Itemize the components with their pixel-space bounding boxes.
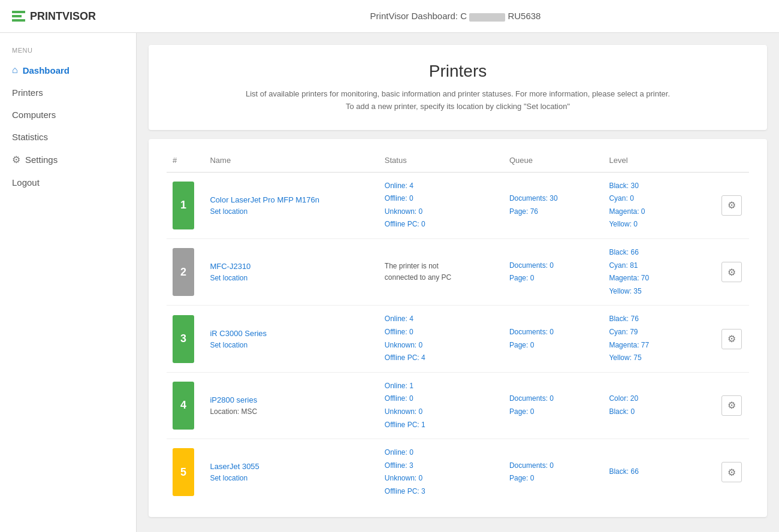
level-text-3: Color: 20Black: 0	[609, 392, 709, 418]
cell-level-2: Black: 76Cyan: 79Magenta: 77Yellow: 75	[603, 306, 715, 372]
cell-name-4: LaserJet 3055 Set location	[204, 439, 378, 506]
col-header-name: Name	[204, 151, 378, 173]
printer-location-3[interactable]: Location: MSC	[210, 407, 257, 416]
sidebar-item-printers-label: Printers	[12, 87, 43, 98]
cell-queue-2: Documents: 0Page: 0	[503, 306, 603, 372]
cell-status-4: Online: 0Offline: 3Unknown: 0Offline PC:…	[379, 439, 503, 506]
settings-button-1[interactable]: ⚙	[721, 262, 742, 282]
sidebar-item-statistics[interactable]: Statistics	[0, 126, 136, 148]
settings-button-4[interactable]: ⚙	[721, 462, 742, 482]
sidebar-item-dashboard[interactable]: ⌂ Dashboard	[0, 59, 136, 81]
cell-status-3: Online: 1Offline: 0Unknown: 0Offline PC:…	[379, 372, 503, 439]
printer-location-4[interactable]: Set location	[210, 474, 247, 482]
queue-text-1: Documents: 0Page: 0	[509, 259, 597, 285]
home-icon: ⌂	[12, 65, 18, 75]
status-text-1: The printer is notconnected to any PC	[385, 261, 497, 283]
table-row: 2 MFC-J2310 Set location The printer is …	[167, 238, 749, 305]
table-inner: # Name Status Queue Level 1 Color LaserJ…	[149, 139, 767, 518]
col-header-level: Level	[603, 151, 715, 173]
sidebar-item-computers-label: Computers	[12, 110, 56, 120]
sidebar-item-dashboard-label: Dashboard	[23, 65, 70, 75]
table-row: 3 iR C3000 Series Set location Online: 4…	[167, 306, 749, 372]
status-text-3: Online: 1Offline: 0Unknown: 0Offline PC:…	[385, 380, 497, 431]
cell-num-1: 2	[167, 238, 204, 305]
gear-icon: ⚙	[12, 154, 20, 165]
layout: MENU ⌂ Dashboard Printers Computers Stat…	[0, 33, 779, 532]
printer-name-3[interactable]: iP2800 series	[210, 395, 372, 404]
num-badge-4: 5	[173, 448, 194, 496]
table-row: 1 Color LaserJet Pro MFP M176n Set locat…	[167, 172, 749, 238]
cell-status-0: Online: 4Offline: 0Unknown: 0Offline PC:…	[379, 172, 503, 238]
header-title-suffix: RU5638	[508, 11, 541, 21]
cell-status-2: Online: 4Offline: 0Unknown: 0Offline PC:…	[379, 306, 503, 372]
cell-name-0: Color LaserJet Pro MFP M176n Set locatio…	[204, 172, 378, 238]
cell-level-1: Black: 66Cyan: 81Magenta: 70Yellow: 35	[603, 238, 715, 305]
logo-area: PRINTVISOR	[12, 10, 144, 23]
header: PRINTVISOR PrintVisor Dashboard: C RU563…	[0, 0, 779, 33]
level-text-4: Black: 66	[609, 466, 709, 479]
sidebar-item-computers[interactable]: Computers	[0, 104, 136, 126]
col-header-action	[715, 151, 749, 173]
col-header-queue: Queue	[503, 151, 603, 173]
sidebar: MENU ⌂ Dashboard Printers Computers Stat…	[0, 33, 137, 532]
printer-name-0[interactable]: Color LaserJet Pro MFP M176n	[210, 195, 372, 204]
cell-level-4: Black: 66	[603, 439, 715, 506]
col-header-status: Status	[379, 151, 503, 173]
cell-name-3: iP2800 series Location: MSC	[204, 372, 378, 439]
section-desc-line2: To add a new printer, specify its locati…	[346, 102, 570, 111]
printer-name-1[interactable]: MFC-J2310	[210, 262, 372, 271]
header-title-blurred	[469, 13, 505, 22]
cell-queue-1: Documents: 0Page: 0	[503, 238, 603, 305]
queue-text-2: Documents: 0Page: 0	[509, 326, 597, 352]
printer-location-2[interactable]: Set location	[210, 341, 247, 349]
printer-name-2[interactable]: iR C3000 Series	[210, 329, 372, 338]
sidebar-item-logout[interactable]: Logout	[0, 171, 136, 194]
col-header-num: #	[167, 151, 204, 173]
status-text-4: Online: 0Offline: 3Unknown: 0Offline PC:…	[385, 446, 497, 498]
section-desc-line1: List of available printers for monitorin…	[246, 89, 670, 98]
cell-num-4: 5	[167, 439, 204, 506]
printer-location-0[interactable]: Set location	[210, 207, 247, 216]
cell-level-0: Black: 30Cyan: 0Magenta: 0Yellow: 0	[603, 172, 715, 238]
sidebar-item-settings[interactable]: ⚙ Settings	[0, 148, 136, 171]
level-text-1: Black: 66Cyan: 81Magenta: 70Yellow: 35	[609, 246, 709, 298]
main-content: Printers List of available printers for …	[137, 33, 779, 532]
cell-action-4: ⚙	[715, 439, 749, 506]
queue-text-4: Documents: 0Page: 0	[509, 460, 597, 485]
queue-text-3: Documents: 0Page: 0	[509, 392, 597, 418]
sidebar-item-printers[interactable]: Printers	[0, 81, 136, 104]
sidebar-item-settings-label: Settings	[25, 155, 58, 165]
logo-icon	[12, 11, 25, 22]
sidebar-item-statistics-label: Statistics	[12, 132, 48, 142]
printer-location-1[interactable]: Set location	[210, 274, 247, 282]
header-title: PrintVisor Dashboard: C RU5638	[144, 11, 767, 21]
printers-header-card: Printers List of available printers for …	[149, 45, 767, 130]
cell-action-2: ⚙	[715, 306, 749, 372]
num-badge-0: 1	[173, 182, 194, 229]
menu-label: MENU	[0, 42, 136, 59]
cell-num-3: 4	[167, 372, 204, 439]
num-badge-2: 3	[173, 315, 194, 363]
section-desc: List of available printers for monitorin…	[173, 88, 743, 113]
cell-queue-0: Documents: 30Page: 76	[503, 172, 603, 238]
settings-button-0[interactable]: ⚙	[721, 195, 742, 216]
cell-action-3: ⚙	[715, 372, 749, 439]
queue-text-0: Documents: 30Page: 76	[509, 192, 597, 218]
table-row: 5 LaserJet 3055 Set location Online: 0Of…	[167, 439, 749, 506]
status-text-2: Online: 4Offline: 0Unknown: 0Offline PC:…	[385, 313, 497, 364]
header-title-prefix: PrintVisor Dashboard: C	[370, 11, 467, 21]
table-header-row: # Name Status Queue Level	[167, 151, 749, 173]
section-title: Printers	[173, 62, 743, 81]
cell-status-1: The printer is notconnected to any PC	[379, 238, 503, 305]
cell-name-1: MFC-J2310 Set location	[204, 238, 378, 305]
printer-name-4[interactable]: LaserJet 3055	[210, 462, 372, 471]
cell-queue-4: Documents: 0Page: 0	[503, 439, 603, 506]
settings-button-2[interactable]: ⚙	[721, 329, 742, 349]
settings-button-3[interactable]: ⚙	[721, 395, 742, 416]
cell-name-2: iR C3000 Series Set location	[204, 306, 378, 372]
printers-table: # Name Status Queue Level 1 Color LaserJ…	[167, 151, 749, 506]
num-badge-1: 2	[173, 248, 194, 296]
cell-num-2: 3	[167, 306, 204, 372]
cell-num-0: 1	[167, 172, 204, 238]
level-text-0: Black: 30Cyan: 0Magenta: 0Yellow: 0	[609, 180, 709, 231]
